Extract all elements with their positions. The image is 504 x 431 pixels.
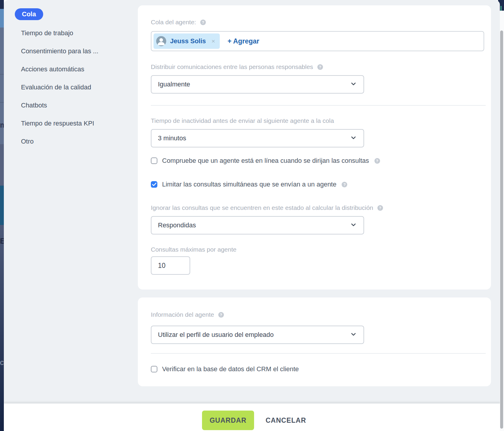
limit-simultaneous-checkbox[interactable] xyxy=(151,181,157,188)
agent-queue-input[interactable]: Jeuss Solis × + Agregar xyxy=(151,31,484,51)
background-band xyxy=(0,0,4,9)
check-online-label: Compruebe que un agente está en línea cu… xyxy=(162,157,369,165)
sidebar-item-tiempo-respuesta-kpi[interactable]: Tiempo de respuesta KPI xyxy=(21,120,94,127)
background-text-fragment: Ec xyxy=(0,237,4,245)
sidebar-item-acciones-automaticas[interactable]: Acciones automáticas xyxy=(21,66,84,73)
check-online-row: Compruebe que un agente está en línea cu… xyxy=(151,157,380,164)
inactivity-select-value: 3 minutos xyxy=(158,134,350,142)
distribute-select-value: Igualmente xyxy=(158,81,350,88)
chevron-down-icon xyxy=(350,221,357,229)
add-agent-button[interactable]: + Agregar xyxy=(227,37,259,45)
agent-queue-label-row: Cola del agente: ? xyxy=(151,19,206,26)
inactivity-label: Tiempo de inactividad antes de enviar al… xyxy=(151,117,334,124)
queue-settings-card: Cola del agente: ? Jeuss Solis × + Agreg… xyxy=(138,5,491,290)
check-online-checkbox[interactable] xyxy=(151,157,157,164)
background-band xyxy=(0,186,4,225)
max-queries-label: Consultas máximas por agente xyxy=(151,246,236,253)
remove-tag-icon[interactable]: × xyxy=(211,38,215,45)
sidebar-item-otro[interactable]: Otro xyxy=(21,138,34,145)
help-icon[interactable]: ? xyxy=(200,20,206,25)
agent-tag: Jeuss Solis × xyxy=(154,33,220,49)
save-button[interactable]: GUARDAR xyxy=(202,411,254,430)
background-text-fragment: m xyxy=(0,121,4,129)
sidebar-item-consentimiento[interactable]: Consentimiento para las ... xyxy=(21,48,98,55)
distribute-select[interactable]: Igualmente xyxy=(151,75,364,94)
agent-info-label: Información del agente xyxy=(151,311,214,318)
verify-crm-row: Verificar en la base de datos del CRM el… xyxy=(151,366,299,372)
distribute-label-row: Distribuir comunicaciones entre las pers… xyxy=(151,63,323,70)
chevron-down-icon xyxy=(350,80,357,89)
agent-tag-name: Jeuss Solis xyxy=(170,37,206,45)
background-band xyxy=(0,144,4,186)
limit-simultaneous-row: Limitar las consultas simultáneas que se… xyxy=(151,181,347,188)
agent-info-select-value: Utilizar el perfil de usuario del emplea… xyxy=(158,331,350,339)
background-corner-accent xyxy=(500,6,502,11)
sidebar-item-cola-active[interactable]: Cola xyxy=(15,8,43,20)
help-icon[interactable]: ? xyxy=(374,158,380,164)
sidebar-item-chatbots[interactable]: Chatbots xyxy=(21,102,47,109)
background-page-strip: m Ec ca xyxy=(0,0,4,431)
chevron-down-icon xyxy=(350,331,357,339)
queue-settings-modal: Cola Tiempo de trabajo Consentimiento pa… xyxy=(4,0,500,403)
help-icon[interactable]: ? xyxy=(342,182,347,187)
help-icon[interactable]: ? xyxy=(218,312,224,318)
sidebar-item-tiempo-de-trabajo[interactable]: Tiempo de trabajo xyxy=(21,30,73,37)
agent-queue-label: Cola del agente: xyxy=(151,19,196,26)
inactivity-select[interactable]: 3 minutos xyxy=(151,129,364,147)
help-icon[interactable]: ? xyxy=(377,205,383,211)
agent-info-select[interactable]: Utilizar el perfil de usuario del emplea… xyxy=(151,326,364,344)
scrollbar-thumb[interactable] xyxy=(500,30,503,429)
section-divider xyxy=(151,353,486,354)
agent-info-label-row: Información del agente ? xyxy=(151,311,224,318)
background-divider xyxy=(0,74,4,75)
inactivity-label-row: Tiempo de inactividad antes de enviar al… xyxy=(151,117,334,124)
ignore-status-select[interactable]: Respondidas xyxy=(151,216,364,234)
max-queries-label-row: Consultas máximas por agente xyxy=(151,246,236,253)
background-divider xyxy=(0,102,4,103)
section-divider xyxy=(151,105,486,106)
ignore-status-label-row: Ignorar las consultas que se encuentren … xyxy=(151,204,383,211)
background-text-fragment: ca xyxy=(0,358,4,367)
limit-simultaneous-label: Limitar las consultas simultáneas que se… xyxy=(162,181,336,188)
max-queries-input[interactable] xyxy=(151,256,190,275)
cancel-button[interactable]: CANCELAR xyxy=(264,411,308,430)
distribute-label: Distribuir comunicaciones entre las pers… xyxy=(151,63,313,70)
sidebar-item-evaluacion-calidad[interactable]: Evaluación de la calidad xyxy=(21,84,91,91)
ignore-status-select-value: Respondidas xyxy=(158,221,350,229)
modal-footer: GUARDAR CANCELAR xyxy=(4,403,504,431)
background-band xyxy=(0,225,4,431)
help-icon[interactable]: ? xyxy=(317,64,323,70)
agent-info-card: Información del agente ? Utilizar el per… xyxy=(138,297,491,386)
verify-crm-label: Verificar en la base de datos del CRM el… xyxy=(162,365,299,373)
chevron-down-icon xyxy=(350,134,357,142)
ignore-status-label: Ignorar las consultas que se encuentren … xyxy=(151,204,373,211)
verify-crm-checkbox[interactable] xyxy=(151,366,157,372)
avatar-icon xyxy=(156,36,166,46)
background-band xyxy=(0,9,4,28)
